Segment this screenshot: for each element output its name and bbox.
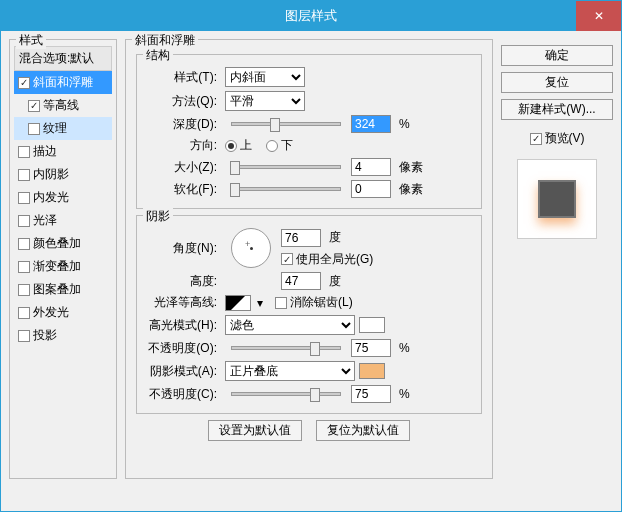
technique-label: 方法(Q):: [143, 93, 221, 110]
soften-slider[interactable]: [231, 187, 341, 191]
angle-unit: 度: [329, 229, 341, 246]
radio-icon: [225, 140, 237, 152]
checkbox-icon: [18, 261, 30, 273]
style-item-label: 光泽: [33, 212, 57, 229]
style-item-label: 外发光: [33, 304, 69, 321]
altitude-label: 高度:: [143, 273, 221, 290]
layer-style-dialog: 图层样式 ✕ 样式 混合选项:默认斜面和浮雕等高线纹理描边内阴影内发光光泽颜色叠…: [0, 0, 622, 512]
contour-label: 光泽等高线:: [143, 294, 221, 311]
style-item-label: 斜面和浮雕: [33, 74, 93, 91]
shadow-mode-label: 阴影模式(A):: [143, 363, 221, 380]
styles-legend: 样式: [16, 32, 46, 49]
angle-input[interactable]: [281, 229, 321, 247]
close-icon: ✕: [594, 9, 604, 23]
checkbox-icon: [18, 192, 30, 204]
highlight-opacity-input[interactable]: [351, 339, 391, 357]
style-item-7[interactable]: 颜色叠加: [14, 232, 112, 255]
depth-slider[interactable]: [231, 122, 341, 126]
style-item-label: 投影: [33, 327, 57, 344]
contour-swatch[interactable]: [225, 295, 251, 311]
style-item-2[interactable]: 纹理: [14, 117, 112, 140]
checkbox-icon: [18, 284, 30, 296]
radio-icon: [266, 140, 278, 152]
checkbox-icon: [18, 307, 30, 319]
bevel-fieldset: 斜面和浮雕 结构 样式(T): 内斜面 方法(Q): 平滑 深度(D):: [125, 39, 493, 479]
soften-unit: 像素: [399, 181, 423, 198]
checkbox-icon: [275, 297, 287, 309]
window-title: 图层样式: [285, 7, 337, 25]
titlebar: 图层样式 ✕: [1, 1, 621, 31]
highlight-mode-select[interactable]: 滤色: [225, 315, 355, 335]
direction-down-radio[interactable]: 下: [266, 137, 293, 154]
shading-legend: 阴影: [143, 208, 173, 225]
style-item-4[interactable]: 内阴影: [14, 163, 112, 186]
close-button[interactable]: ✕: [576, 1, 621, 31]
style-item-label: 等高线: [43, 97, 79, 114]
style-item-10[interactable]: 外发光: [14, 301, 112, 324]
style-item-6[interactable]: 光泽: [14, 209, 112, 232]
style-item-9[interactable]: 图案叠加: [14, 278, 112, 301]
make-default-button[interactable]: 设置为默认值: [208, 420, 302, 441]
reset-default-button[interactable]: 复位为默认值: [316, 420, 410, 441]
highlight-color-swatch[interactable]: [359, 317, 385, 333]
highlight-opacity-label: 不透明度(O):: [143, 340, 221, 357]
size-input[interactable]: [351, 158, 391, 176]
style-item-label: 描边: [33, 143, 57, 160]
styles-fieldset: 样式 混合选项:默认斜面和浮雕等高线纹理描边内阴影内发光光泽颜色叠加渐变叠加图案…: [9, 39, 117, 479]
shadow-mode-select[interactable]: 正片叠底: [225, 361, 355, 381]
soften-input[interactable]: [351, 180, 391, 198]
depth-input[interactable]: [351, 115, 391, 133]
size-slider[interactable]: [231, 165, 341, 169]
style-item-8[interactable]: 渐变叠加: [14, 255, 112, 278]
antialias-checkbox[interactable]: 消除锯齿(L): [275, 294, 353, 311]
style-item-label: 内阴影: [33, 166, 69, 183]
checkbox-icon: [18, 146, 30, 158]
preview-box: [517, 159, 597, 239]
preview-checkbox[interactable]: 预览(V): [501, 130, 613, 147]
direction-label: 方向:: [143, 137, 221, 154]
altitude-input[interactable]: [281, 272, 321, 290]
structure-group: 结构 样式(T): 内斜面 方法(Q): 平滑 深度(D): %: [136, 54, 482, 209]
altitude-unit: 度: [329, 273, 341, 290]
checkbox-icon: [18, 77, 30, 89]
style-item-3[interactable]: 描边: [14, 140, 112, 163]
blend-options-item[interactable]: 混合选项:默认: [14, 46, 112, 71]
cancel-button[interactable]: 复位: [501, 72, 613, 93]
style-item-5[interactable]: 内发光: [14, 186, 112, 209]
style-item-0[interactable]: 斜面和浮雕: [14, 71, 112, 94]
style-item-1[interactable]: 等高线: [14, 94, 112, 117]
preview-thumbnail: [538, 180, 576, 218]
highlight-opacity-slider[interactable]: [231, 346, 341, 350]
size-unit: 像素: [399, 159, 423, 176]
shadow-opacity-unit: %: [399, 387, 410, 401]
structure-legend: 结构: [143, 47, 173, 64]
style-item-label: 图案叠加: [33, 281, 81, 298]
shadow-opacity-slider[interactable]: [231, 392, 341, 396]
shading-group: 阴影 角度(N): + 度 使用全局光(G) 高度:: [136, 215, 482, 414]
style-item-label: 颜色叠加: [33, 235, 81, 252]
checkbox-icon: [18, 330, 30, 342]
style-select[interactable]: 内斜面: [225, 67, 305, 87]
style-item-label: 渐变叠加: [33, 258, 81, 275]
global-light-checkbox[interactable]: 使用全局光(G): [281, 251, 373, 268]
checkbox-icon: [530, 133, 542, 145]
checkbox-icon: [18, 169, 30, 181]
technique-select[interactable]: 平滑: [225, 91, 305, 111]
chevron-down-icon[interactable]: ▾: [255, 296, 265, 310]
style-item-label: 纹理: [43, 120, 67, 137]
new-style-button[interactable]: 新建样式(W)...: [501, 99, 613, 120]
depth-label: 深度(D):: [143, 116, 221, 133]
depth-unit: %: [399, 117, 410, 131]
direction-up-radio[interactable]: 上: [225, 137, 252, 154]
ok-button[interactable]: 确定: [501, 45, 613, 66]
angle-label: 角度(N):: [143, 240, 221, 257]
checkbox-icon: [18, 215, 30, 227]
checkbox-icon: [281, 253, 293, 265]
angle-widget[interactable]: +: [231, 228, 271, 268]
shadow-opacity-input[interactable]: [351, 385, 391, 403]
style-item-11[interactable]: 投影: [14, 324, 112, 347]
highlight-mode-label: 高光模式(H):: [143, 317, 221, 334]
shadow-color-swatch[interactable]: [359, 363, 385, 379]
checkbox-icon: [18, 238, 30, 250]
style-item-label: 内发光: [33, 189, 69, 206]
